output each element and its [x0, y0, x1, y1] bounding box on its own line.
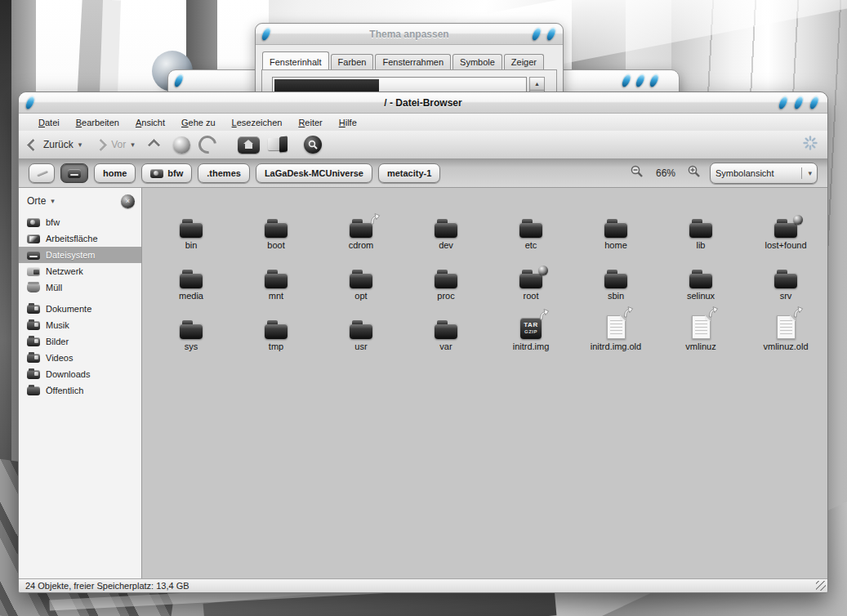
forward-icon[interactable]: [95, 138, 108, 151]
zoom-in-icon[interactable]: [686, 164, 702, 182]
menu-datei[interactable]: Datei: [30, 116, 68, 129]
stop-icon[interactable]: [173, 136, 190, 154]
menu-gehe-zu[interactable]: Gehe zu: [173, 116, 224, 129]
menu-reiter[interactable]: Reiter: [290, 116, 330, 129]
file-usr[interactable]: usr: [319, 301, 403, 351]
window-menu-button[interactable]: [173, 73, 185, 88]
folder-icon: [265, 324, 288, 339]
back-icon[interactable]: [27, 138, 40, 151]
file-browser-titlebar[interactable]: / - Datei-Browser: [19, 92, 827, 114]
up-icon[interactable]: [147, 138, 160, 151]
menu-bearbeiten[interactable]: Bearbeiten: [68, 116, 127, 129]
theme-window[interactable]: Thema anpassen FensterinhaltFarbenFenste…: [255, 23, 564, 100]
pathbar-lagadesk-mcuniverse[interactable]: LaGaDesk-MCUniverse: [256, 163, 372, 183]
file-srv[interactable]: srv: [743, 250, 827, 301]
maximize-button[interactable]: [793, 95, 805, 110]
file-etc[interactable]: etc: [488, 199, 573, 250]
file-icon: [350, 273, 372, 288]
file-initrd.img[interactable]: TARGZIPinitrd.img: [488, 301, 573, 351]
pathbar-.themes[interactable]: .themes: [198, 163, 250, 183]
file-sys[interactable]: sys: [149, 301, 234, 351]
tab-fensterinhalt[interactable]: Fensterinhalt: [262, 51, 329, 70]
file-proc[interactable]: proc: [403, 250, 488, 301]
search-icon[interactable]: [304, 136, 322, 154]
symlink-emblem-icon: [537, 307, 550, 324]
file-vmlinuz[interactable]: vmlinuz: [658, 301, 743, 351]
file-mnt[interactable]: mnt: [234, 250, 319, 301]
sidebar-item-arbeitsfläche[interactable]: Arbeitsfläche: [19, 230, 141, 247]
symlink-emblem-icon: [622, 305, 634, 321]
path-scroll-left-button[interactable]: [29, 163, 55, 183]
minimize-button[interactable]: [621, 73, 633, 88]
computer-icon[interactable]: [268, 136, 289, 154]
file-sbin[interactable]: sbin: [573, 250, 658, 301]
file-browser-window[interactable]: / - Datei-Browser DateiBearbeitenAnsicht…: [18, 92, 828, 593]
tab-fensterrahmen[interactable]: Fensterrahmen: [375, 54, 451, 70]
file-boot[interactable]: boot: [234, 199, 319, 250]
tab-symbole[interactable]: Symbole: [452, 54, 502, 70]
file-initrd.img.old[interactable]: initrd.img.old: [573, 301, 658, 351]
close-button[interactable]: [649, 73, 661, 88]
maximize-button[interactable]: [635, 73, 647, 88]
back-button-label[interactable]: Zurück: [43, 139, 74, 150]
sidebar-item-netzwerk[interactable]: Netzwerk: [19, 263, 141, 279]
drive-icon: [68, 169, 81, 178]
menu-lesezeichen[interactable]: Lesezeichen: [224, 116, 291, 129]
zoom-level: 66%: [653, 167, 679, 179]
sidebar-item-müll[interactable]: Müll: [19, 279, 141, 296]
file-media[interactable]: media: [149, 250, 234, 301]
close-button[interactable]: [809, 95, 821, 110]
pathbar-metacity-1[interactable]: metacity-1: [378, 163, 440, 183]
file-bin[interactable]: bin: [149, 199, 234, 250]
file-vmlinuz.old[interactable]: vmlinuz.old: [743, 301, 827, 351]
file-home[interactable]: home: [573, 199, 658, 250]
home-icon[interactable]: [238, 136, 260, 154]
folder-icon: [180, 273, 203, 288]
sidebar-item-downloads[interactable]: Downloads: [19, 366, 141, 382]
close-button[interactable]: [546, 26, 558, 42]
theme-window-titlebar[interactable]: Thema anpassen: [256, 24, 563, 45]
forward-history-dropdown-icon[interactable]: ▾: [131, 141, 135, 149]
sidebar-item-bilder[interactable]: Bilder: [19, 333, 141, 350]
path-root-button[interactable]: [60, 163, 88, 183]
file-icon: [774, 222, 797, 238]
file-icon: [435, 324, 457, 339]
sidebar-item-öffentlich[interactable]: Öffentlich: [19, 382, 141, 399]
folder-view[interactable]: binbootcdromdevetchomeliblost+foundmedia…: [142, 188, 827, 578]
forward-button-label[interactable]: Vor: [111, 139, 126, 150]
reload-icon[interactable]: [194, 132, 220, 158]
sidebar-item-dateisystem[interactable]: Dateisystem: [19, 247, 141, 263]
back-history-dropdown-icon[interactable]: ▾: [78, 141, 82, 149]
file-icon: [692, 315, 711, 339]
pathbar-bfw[interactable]: bfw: [141, 163, 192, 183]
folder-icon: [435, 273, 457, 288]
file-tmp[interactable]: tmp: [234, 301, 319, 351]
tab-farben[interactable]: Farben: [331, 54, 374, 70]
window-menu-button[interactable]: [25, 95, 37, 110]
file-root[interactable]: root: [488, 250, 573, 301]
window-menu-button[interactable]: [261, 26, 273, 42]
menu-ansicht[interactable]: Ansicht: [127, 116, 173, 129]
file-dev[interactable]: dev: [403, 199, 488, 250]
file-lost+found[interactable]: lost+found: [743, 199, 827, 250]
file-cdrom[interactable]: cdrom: [319, 199, 403, 250]
tab-zeiger[interactable]: Zeiger: [504, 54, 544, 70]
sidebar-item-bfw[interactable]: bfw: [19, 214, 141, 230]
minimize-button[interactable]: [778, 95, 790, 110]
file-selinux[interactable]: selinux: [658, 250, 743, 301]
scroll-up-button[interactable]: ▲: [530, 78, 544, 91]
sidebar-item-dokumente[interactable]: Dokumente: [19, 301, 141, 317]
file-var[interactable]: var: [403, 301, 488, 351]
sidebar-close-icon[interactable]: ×: [121, 194, 135, 208]
sidebar-item-musik[interactable]: Musik: [19, 317, 141, 333]
resize-grip[interactable]: [816, 581, 826, 591]
menu-hilfe[interactable]: Hilfe: [331, 116, 365, 129]
sidebar-places-select[interactable]: Orte ▾: [27, 195, 55, 207]
sidebar-item-videos[interactable]: Videos: [19, 350, 141, 366]
zoom-out-icon[interactable]: [629, 164, 645, 182]
view-mode-select[interactable]: Symbolansicht ▾: [710, 163, 818, 184]
file-opt[interactable]: opt: [319, 250, 403, 301]
file-lib[interactable]: lib: [658, 199, 743, 250]
maximize-button[interactable]: [531, 26, 543, 42]
pathbar-home[interactable]: home: [94, 163, 136, 183]
